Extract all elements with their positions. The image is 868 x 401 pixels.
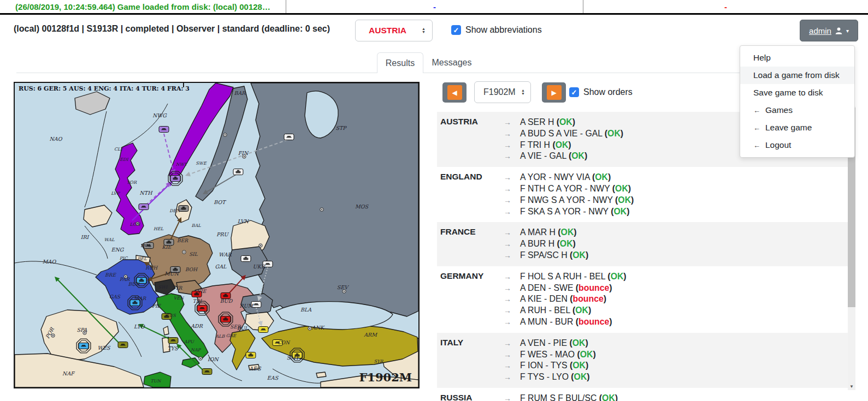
status-middle: - bbox=[286, 0, 583, 13]
map-region-label: CON bbox=[277, 340, 291, 345]
map-region-label: RUH bbox=[145, 265, 158, 271]
user-icon bbox=[835, 27, 843, 35]
map-region-label: LYO bbox=[134, 324, 145, 330]
unit-marker-en-fleet bbox=[159, 127, 169, 133]
results-section-england: ENGLAND→A YOR - NWY VIA (OK)→F NTH C A Y… bbox=[437, 167, 848, 222]
map-region-label: AEG bbox=[249, 366, 262, 372]
results-section-germany: GERMANY→F HOL S A RUH - BEL (OK)→A DEN -… bbox=[437, 266, 848, 333]
show-orders-checkbox[interactable]: ✓ bbox=[569, 87, 579, 97]
game-map[interactable]: RUS: 6 GER: 5 AUS: 4 ENG: 4 ITA: 4 TUR: … bbox=[14, 82, 420, 388]
map-region-label: BLA bbox=[300, 307, 312, 313]
map-region-label: BOT bbox=[214, 199, 226, 205]
map-supply-counts: RUS: 6 GER: 5 AUS: 4 ENG: 4 ITA: 4 TUR: … bbox=[19, 85, 190, 92]
map-region-label: BUD bbox=[220, 298, 233, 304]
order-row: →F WES - MAO (OK) bbox=[504, 349, 848, 361]
map-region-label: BUR bbox=[128, 282, 140, 287]
map-region-label: CLY bbox=[114, 147, 124, 152]
map-region-label: VEN bbox=[174, 296, 185, 301]
order-result: OK bbox=[607, 129, 621, 138]
order-arrow-icon: → bbox=[504, 283, 520, 294]
back-arrow-icon: ← bbox=[753, 106, 760, 115]
map-region-label: GAL bbox=[215, 264, 227, 270]
unit-marker-tu-fleet bbox=[258, 327, 268, 333]
unit-marker-tu-army bbox=[246, 352, 256, 358]
order-result: bounce bbox=[578, 283, 609, 292]
order-result: OK bbox=[572, 250, 586, 260]
map-region-label: TYR bbox=[172, 285, 183, 291]
caret-down-icon: ▾ bbox=[846, 28, 849, 34]
check-icon: ✓ bbox=[453, 26, 459, 34]
map-region-label: SIL bbox=[189, 252, 198, 257]
menu-item-games[interactable]: ←Games bbox=[740, 101, 854, 119]
map-region-label: STP bbox=[335, 125, 347, 131]
order-row: →F SPA/SC H (OK) bbox=[504, 250, 848, 261]
show-abbreviations-label[interactable]: Show abbreviations bbox=[465, 25, 542, 35]
order-arrow-icon: → bbox=[504, 349, 520, 361]
user-menu: HelpLoad a game from diskSave game to di… bbox=[740, 45, 855, 158]
map-region-label: NAF bbox=[62, 370, 75, 376]
map-region-label: ALB bbox=[215, 334, 226, 339]
map-region-label: MAR bbox=[134, 296, 147, 301]
map-region-label: MAO bbox=[43, 259, 57, 265]
check-icon: ✓ bbox=[571, 88, 577, 97]
order-arrow-icon: → bbox=[504, 206, 520, 218]
map-region-label: TRI bbox=[193, 298, 203, 304]
phase-select[interactable]: F1902M ▲▼ bbox=[474, 81, 531, 103]
map-region-label: SYR bbox=[374, 359, 384, 364]
unit-marker-ru-army bbox=[241, 256, 251, 262]
map-region-label: WES bbox=[97, 345, 111, 351]
results-section-france: FRANCE→A MAR H (OK)→A BUR H (OK)→F SPA/S… bbox=[437, 222, 848, 266]
map-region-label: TUN bbox=[150, 379, 162, 384]
tab-messages[interactable]: Messages bbox=[423, 52, 480, 73]
power-name: GERMANY bbox=[437, 271, 504, 328]
unit-marker-it-fleet bbox=[118, 342, 128, 348]
order-row: →A MUN - BUR (bounce) bbox=[504, 316, 848, 328]
order-arrow-icon: → bbox=[504, 316, 520, 328]
scrollbar-down-icon[interactable]: ▼ bbox=[848, 384, 855, 389]
order-row: →A KIE - DEN (bounce) bbox=[504, 294, 848, 305]
map-region-label: BER bbox=[177, 238, 188, 243]
order-result: OK bbox=[556, 140, 569, 149]
unit-marker-ru-army bbox=[233, 169, 243, 175]
unit-marker-it-fleet bbox=[202, 369, 212, 375]
previous-phase-button[interactable]: ◀ bbox=[442, 82, 467, 103]
order-result: OK bbox=[618, 195, 631, 205]
order-result: OK bbox=[574, 372, 587, 381]
show-abbreviations-checkbox[interactable]: ✓ bbox=[451, 25, 461, 35]
menu-item-load-a-game-from-disk[interactable]: Load a game from disk bbox=[740, 67, 854, 84]
map-region-label: GAS bbox=[109, 294, 121, 300]
map-region-label: BUL bbox=[237, 326, 249, 331]
menu-item-save-game-to-disk[interactable]: Save game to disk bbox=[740, 84, 854, 101]
power-select[interactable]: AUSTRIA ▲▼ bbox=[355, 20, 433, 41]
map-region-label: TUS bbox=[166, 313, 176, 318]
region-cyprus bbox=[316, 372, 326, 378]
menu-item-leave-game[interactable]: ←Leave game bbox=[740, 119, 854, 136]
order-arrow-icon: → bbox=[504, 117, 520, 128]
map-region-label: LON bbox=[130, 222, 141, 227]
map-region-label: BEL bbox=[137, 256, 147, 261]
next-phase-button[interactable]: ▶ bbox=[542, 82, 566, 103]
order-arrow-icon: → bbox=[504, 305, 520, 316]
map-region-label: SWE bbox=[196, 161, 207, 166]
map-region-label: KIE bbox=[162, 244, 172, 250]
map-region-label: TYS bbox=[167, 345, 179, 351]
order-result: OK bbox=[615, 184, 628, 193]
map-region-label: NWG bbox=[152, 112, 167, 118]
power-name: ITALY bbox=[437, 338, 504, 383]
show-orders-label[interactable]: Show orders bbox=[583, 87, 633, 97]
order-result: OK bbox=[571, 151, 584, 160]
results-section-italy: ITALY→A VEN - PIE (OK)→F WES - MAO (OK)→… bbox=[437, 333, 848, 388]
menu-item-logout[interactable]: ←Logout bbox=[740, 136, 854, 154]
map-region-label: BOH bbox=[185, 267, 198, 272]
order-arrow-icon: → bbox=[504, 250, 520, 261]
menu-item-help[interactable]: Help bbox=[740, 49, 854, 67]
order-result: OK bbox=[560, 239, 573, 248]
user-menu-button[interactable]: admin ▾ bbox=[800, 20, 858, 41]
tab-results[interactable]: Results bbox=[377, 52, 423, 73]
map-region-label: PRU bbox=[216, 231, 229, 237]
map-region-label: NTH bbox=[140, 190, 153, 196]
map-region-label: PIE bbox=[152, 303, 162, 309]
unit-marker-ge-army bbox=[179, 206, 188, 212]
order-result: bounce bbox=[573, 294, 604, 303]
order-result: OK bbox=[559, 117, 572, 127]
